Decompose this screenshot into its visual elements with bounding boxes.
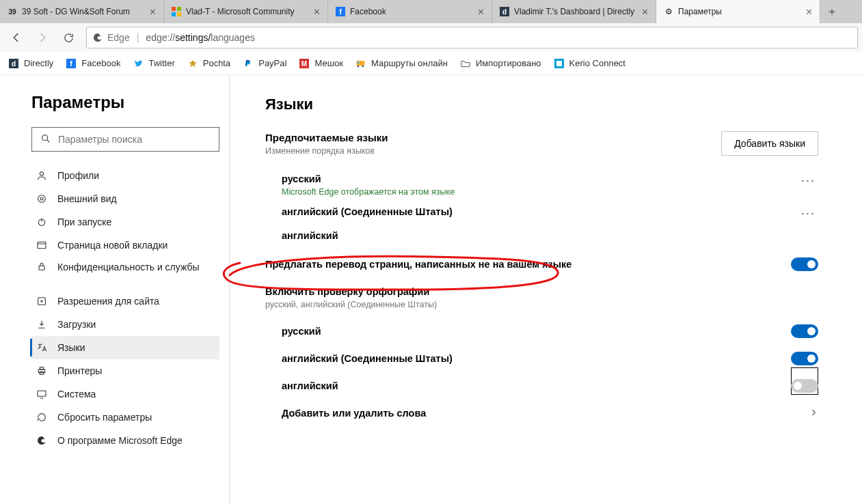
bookmark-label: PayPal [258,58,286,68]
spellcheck-language-list: русский английский (Соединенные Штаты) а… [265,318,818,427]
settings-page: Параметры Профили Внешний вид При запуск… [0,75,862,504]
offer-translate-setting: Предлагать перевод страниц, написанных н… [265,257,818,271]
appearance-icon [36,193,48,204]
bookmark-facebook[interactable]: fFacebook [66,58,120,69]
reset-icon [36,412,48,423]
spellcheck-toggle[interactable] [791,379,818,393]
svg-rect-19 [556,61,562,66]
bookmark-meshok[interactable]: ММешок [299,58,343,69]
spellcheck-language-name: русский [282,326,321,337]
favicon-bus-icon [355,58,366,69]
svg-rect-25 [38,242,46,248]
search-icon [40,133,51,146]
url: edge://settings/languages [146,32,255,43]
bookmark-imported[interactable]: Импортировано [460,58,541,69]
close-icon[interactable]: ✕ [805,7,813,17]
language-icon [36,342,48,353]
more-options-button[interactable]: ··· [801,206,818,221]
settings-search[interactable] [31,127,219,152]
tab-strip: 39 39 Soft - DG Win&Soft Forum ✕ Vlad-T … [0,0,862,23]
tab-active[interactable]: ⚙ Параметры ✕ [656,0,820,23]
svg-rect-1 [177,7,181,11]
nav-printers[interactable]: Принтеры [31,359,219,382]
svg-rect-29 [40,367,43,369]
bookmark-label: Directly [24,58,53,68]
tab[interactable]: Vlad-T - Microsoft Community ✕ [164,0,328,23]
more-options-button[interactable]: ··· [801,173,818,188]
add-remove-words[interactable]: Добавить или удалить слова [282,400,818,427]
nav-reset[interactable]: Сбросить параметры [31,406,219,429]
language-name: английский (Соединенные Штаты) [282,206,453,217]
search-input[interactable] [58,134,211,145]
tab-title: Параметры [678,7,801,16]
tab[interactable]: f Facebook ✕ [328,0,492,23]
edge-logo-icon: Edge [92,32,130,43]
close-icon[interactable]: ✕ [149,7,157,17]
nav-system[interactable]: Система [31,382,219,406]
tab[interactable]: d Vladimir T.'s Dashboard | Directly ✕ [492,0,656,23]
nav-languages[interactable]: Языки [31,336,219,359]
close-icon[interactable]: ✕ [313,7,321,17]
svg-text:d: d [12,60,16,68]
refresh-button[interactable] [56,25,81,50]
favicon-pochta-icon [187,58,198,69]
separator: | [137,32,139,43]
tab-title: Vlad-T - Microsoft Community [186,7,309,16]
bookmark-pochta[interactable]: Pochta [187,58,230,69]
language-name: английский [282,230,338,241]
nav-newtab[interactable]: Страница новой вкладки [31,234,219,257]
svg-point-23 [40,197,43,200]
svg-text:f: f [339,8,342,16]
svg-point-16 [358,65,360,67]
sidebar-title: Параметры [31,93,219,112]
spellcheck-language-name: английский (Соединенные Штаты) [282,353,453,364]
nav-onstart[interactable]: При запуске [31,210,219,234]
spellcheck-language-name: английский [282,380,338,391]
favicon-ms-icon [171,6,182,17]
offer-translate-label: Предлагать перевод страниц, написанных н… [265,259,571,270]
svg-rect-31 [38,391,46,396]
preferred-languages-title: Предпочитаемые языки [265,132,388,143]
favicon-directly-icon: d [8,58,19,69]
system-icon [36,389,48,400]
forward-button[interactable] [30,25,55,50]
spellcheck-toggle[interactable] [791,352,818,365]
svg-point-21 [40,172,43,176]
favicon-directly-icon: d [499,6,510,17]
new-tab-button[interactable]: ＋ [820,0,844,23]
nav-site-permissions[interactable]: Разрешения для сайта [31,290,219,313]
address-bar[interactable]: Edge | edge://settings/languages [86,27,858,48]
svg-rect-15 [358,61,360,64]
language-list: русский Microsoft Edge отображается на э… [265,168,818,245]
close-icon[interactable]: ✕ [477,7,485,17]
bookmark-twitter[interactable]: Twitter [133,58,174,69]
settings-nav: Профили Внешний вид При запуске Страница… [31,164,219,452]
nav-profiles[interactable]: Профили [31,164,219,187]
svg-rect-26 [39,266,44,270]
svg-rect-28 [38,369,44,373]
bookmark-kerio[interactable]: Kerio Connect [554,58,625,69]
nav-privacy[interactable]: Конфиденциальность и службы [31,257,219,290]
spellcheck-toggle[interactable] [791,324,818,338]
add-remove-words-label: Добавить или удалить слова [282,408,426,419]
nav-downloads[interactable]: Загрузки [31,313,219,336]
tab[interactable]: 39 39 Soft - DG Win&Soft Forum ✕ [0,0,164,23]
spellcheck-language-item: английский [282,372,818,400]
favicon-fb-icon: f [66,58,77,69]
add-languages-button[interactable]: Добавить языки [721,131,818,156]
nav-about[interactable]: О программе Microsoft Edge [31,429,219,452]
svg-point-17 [362,65,364,67]
bookmark-paypal[interactable]: PayPal [243,58,286,69]
favicon-39-icon: 39 [7,6,18,17]
svg-text:М: М [301,60,307,68]
nav-appearance[interactable]: Внешний вид [31,187,219,210]
bookmark-directly[interactable]: dDirectly [8,58,53,69]
offer-translate-toggle[interactable] [791,257,818,271]
bookmark-routes[interactable]: Маршруты онлайн [355,58,448,69]
settings-content: Языки Предпочитаемые языки Изменение пор… [230,75,862,504]
close-icon[interactable]: ✕ [641,7,649,17]
newtab-icon [36,240,48,251]
spellcheck-language-item: английский (Соединенные Штаты) [282,345,818,372]
language-entry: русский Microsoft Edge отображается на э… [265,168,818,201]
back-button[interactable] [4,25,29,50]
